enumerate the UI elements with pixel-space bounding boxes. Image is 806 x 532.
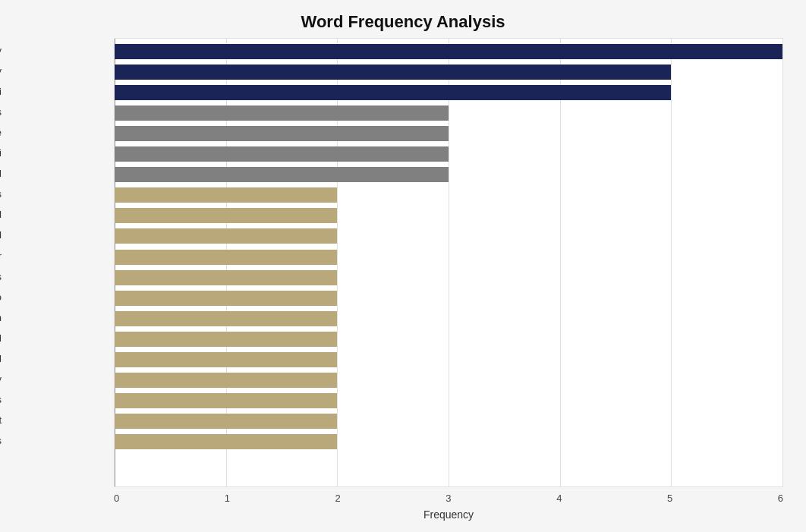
y-label-genai: genai bbox=[0, 146, 2, 161]
x-axis-label: Frequency bbox=[114, 508, 783, 521]
y-label-splxai: splxai bbox=[0, 84, 2, 99]
x-tick: 4 bbox=[556, 493, 562, 504]
bar-security bbox=[115, 44, 782, 59]
bar-found bbox=[115, 228, 337, 244]
y-label-investors: investors bbox=[0, 269, 2, 285]
bar-chatbots bbox=[115, 105, 449, 121]
bar-fund bbox=[115, 208, 337, 223]
bar-cyberattacks bbox=[115, 187, 337, 203]
y-label-inovo: inovo bbox=[0, 290, 2, 305]
y-label-chatbot: chatbot bbox=[0, 413, 2, 428]
y-label-shovel: shovel bbox=[0, 166, 2, 181]
y-label-year: year bbox=[0, 249, 2, 264]
chart-plot-area bbox=[114, 38, 783, 487]
x-axis-ticks: 0123456 bbox=[114, 493, 783, 504]
x-tick: 3 bbox=[446, 493, 451, 504]
y-label-venture: venture bbox=[0, 125, 2, 140]
y-label-company: company bbox=[0, 64, 2, 79]
x-tick: 0 bbox=[114, 493, 119, 504]
bar-south bbox=[115, 311, 337, 326]
y-label-security: security bbox=[0, 43, 2, 58]
bar-vulnerabilities bbox=[115, 393, 337, 408]
bar-systems bbox=[115, 434, 337, 449]
bar-splxai bbox=[115, 85, 671, 100]
bar-investors bbox=[115, 270, 337, 285]
bar-genai bbox=[115, 146, 449, 162]
y-label-found: found bbox=[0, 228, 2, 243]
bar-conversational bbox=[115, 352, 337, 367]
y-label-cyberattacks: cyberattacks bbox=[0, 187, 2, 202]
y-label-south: south bbox=[0, 310, 2, 326]
bar-inovo bbox=[115, 291, 337, 306]
bar-central bbox=[115, 332, 337, 347]
y-label-central: central bbox=[0, 331, 2, 346]
y-label-fund: fund bbox=[0, 207, 2, 222]
x-tick: 5 bbox=[667, 493, 672, 504]
x-tick: 6 bbox=[778, 493, 783, 504]
y-label-systems: systems bbox=[0, 433, 2, 449]
y-label-chatbots: chatbots bbox=[0, 105, 2, 120]
bar-shovel bbox=[115, 167, 449, 182]
bar-venture bbox=[115, 126, 449, 141]
bar-company bbox=[115, 65, 671, 80]
bar-year bbox=[115, 250, 337, 265]
chart-container: Word Frequency Analysis 0123456 Frequenc… bbox=[0, 0, 806, 532]
y-label-identify: identify bbox=[0, 372, 2, 387]
bar-chatbot bbox=[115, 414, 337, 429]
x-tick: 1 bbox=[225, 493, 230, 504]
chart-title: Word Frequency Analysis bbox=[0, 0, 806, 38]
y-label-conversational: conversational bbox=[0, 351, 2, 367]
y-label-vulnerabilities: vulnerabilities bbox=[0, 392, 2, 408]
x-tick: 2 bbox=[335, 493, 341, 504]
bar-identify bbox=[115, 373, 337, 388]
